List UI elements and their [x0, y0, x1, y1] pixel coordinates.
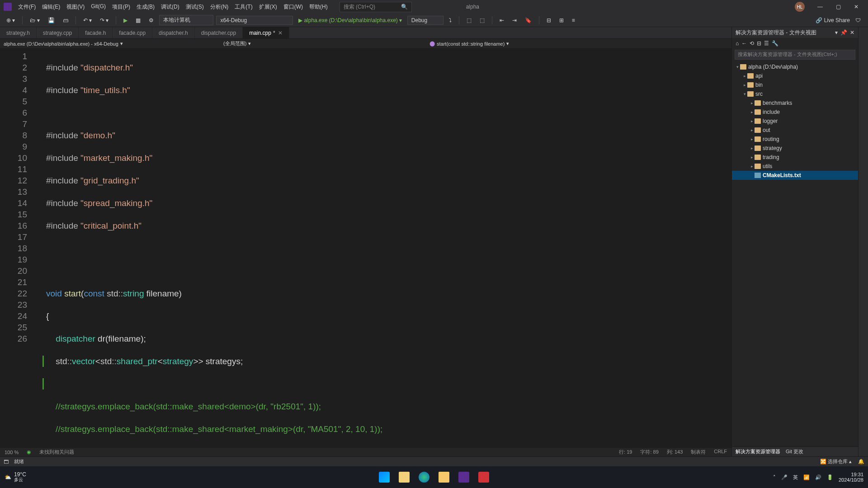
- menu-window[interactable]: 窗口(W): [281, 1, 306, 13]
- bookmark-icon[interactable]: 🔖: [522, 16, 534, 24]
- target-machine-select[interactable]: 本地计算机: [159, 15, 213, 25]
- ime-indicator[interactable]: 英: [793, 474, 798, 481]
- code-editor[interactable]: 123 456 789 101112 131415 161718 192021 …: [0, 49, 731, 447]
- step-icon[interactable]: ⤵: [446, 16, 454, 24]
- tree-folder-utils[interactable]: ▸utils: [732, 162, 858, 171]
- notifications-icon[interactable]: 🔔: [858, 459, 864, 465]
- pin-icon[interactable]: 📌: [840, 29, 847, 36]
- open-icon[interactable]: 🗁 ▾: [27, 16, 42, 24]
- tab-facade-cpp[interactable]: facade.cpp: [113, 27, 152, 38]
- explorer-icon[interactable]: [395, 468, 413, 486]
- symbol-crumb[interactable]: start(const std::string filename): [437, 41, 505, 47]
- output-icon[interactable]: 🗔: [4, 459, 9, 465]
- tree-root[interactable]: ▾alpha (D:\Dev\alpha): [732, 62, 858, 71]
- minimize-button[interactable]: ―: [812, 1, 828, 12]
- tab-strategy-cpp[interactable]: strategy.cpp: [37, 27, 79, 38]
- close-panel-icon[interactable]: ✕: [850, 29, 854, 36]
- maximize-button[interactable]: ▢: [830, 1, 846, 12]
- menu-test[interactable]: 测试(S): [183, 1, 207, 13]
- tree-folder-routing[interactable]: ▸routing: [732, 135, 858, 144]
- weather-widget[interactable]: ⛅ 19°C 多云: [5, 472, 26, 483]
- battery-icon[interactable]: 🔋: [827, 474, 833, 480]
- menu-help[interactable]: 帮助(H): [307, 1, 330, 13]
- solution-search[interactable]: 搜索解决方案资源管理器 - 文件夹视图(Ctrl+;): [735, 50, 855, 60]
- tree-folder-api[interactable]: ▸api: [732, 71, 858, 80]
- menu-project[interactable]: 项目(P): [109, 1, 133, 13]
- tab-facade-h[interactable]: facade.h: [79, 27, 113, 38]
- volume-icon[interactable]: 🔊: [815, 474, 821, 480]
- build-icon[interactable]: ▦: [133, 16, 143, 24]
- debug-mode-select[interactable]: Debug: [407, 16, 443, 25]
- indent-mode[interactable]: 制表符: [691, 449, 706, 455]
- sync-icon[interactable]: ⟲: [750, 40, 754, 47]
- properties-icon[interactable]: 🔧: [772, 40, 778, 47]
- issues-label[interactable]: 未找到相关问题: [39, 449, 74, 455]
- tree-folder-out[interactable]: ▸out: [732, 126, 858, 135]
- tab-dispatcher-h[interactable]: dispatcher.h: [152, 27, 195, 38]
- save-icon[interactable]: 💾: [45, 16, 57, 24]
- tab-dispatcher-cpp[interactable]: dispatcher.cpp: [195, 27, 243, 38]
- right-tool-tabs[interactable]: [858, 27, 868, 456]
- dropdown-icon[interactable]: ▾: [835, 29, 838, 36]
- menu-view[interactable]: 视图(V): [64, 1, 87, 13]
- repo-select[interactable]: 🔀 选择仓库 ▴: [820, 458, 852, 465]
- tree-folder-include[interactable]: ▸include: [732, 108, 858, 117]
- file-explorer-icon[interactable]: [435, 468, 453, 486]
- tree-folder-logger[interactable]: ▸logger: [732, 117, 858, 126]
- start-no-debug-icon[interactable]: ▶: [121, 16, 130, 24]
- show-all-icon[interactable]: ☰: [764, 40, 769, 47]
- tree-folder-bin[interactable]: ▸bin: [732, 80, 858, 89]
- menu-file[interactable]: 文件(F): [15, 1, 38, 13]
- project-crumb[interactable]: alpha.exe (D:\Dev\alpha\bin\alpha.exe) -…: [4, 41, 118, 47]
- undo-icon[interactable]: ↶ ▾: [80, 16, 94, 24]
- menu-debug[interactable]: 调试(D): [158, 1, 182, 13]
- menu-git[interactable]: Git(G): [88, 1, 108, 13]
- indent-right-icon[interactable]: ⇥: [509, 16, 519, 24]
- menu-analyze[interactable]: 分析(N): [208, 1, 231, 13]
- menu-extensions[interactable]: 扩展(X): [256, 1, 280, 13]
- list-icon[interactable]: ≡: [569, 16, 578, 24]
- save-all-icon[interactable]: 🗃: [60, 16, 71, 24]
- settings-icon[interactable]: ⚙: [146, 16, 156, 24]
- start-debug-button[interactable]: ▶ alpha.exe (D:\Dev\alpha\bin\alpha.exe)…: [296, 16, 404, 24]
- close-button[interactable]: ✕: [848, 1, 864, 12]
- tab-main-cpp[interactable]: main.cpp*✕: [243, 27, 289, 38]
- zoom-level[interactable]: 100 %: [5, 450, 19, 455]
- tree-file-cmakelists[interactable]: CMakeLists.txt: [732, 171, 858, 180]
- edge-icon[interactable]: [415, 468, 433, 486]
- close-tab-icon[interactable]: ✕: [278, 30, 283, 36]
- visual-studio-icon[interactable]: [455, 468, 473, 486]
- comment-icon[interactable]: ⊟: [544, 16, 554, 24]
- user-avatar[interactable]: HL: [795, 2, 805, 12]
- tool-icon-2[interactable]: ⬚: [477, 16, 487, 24]
- indent-left-icon[interactable]: ⇤: [497, 16, 507, 24]
- tray-chevron-icon[interactable]: ˄: [773, 474, 776, 480]
- live-share-button[interactable]: 🔗 Live Share 🛡: [812, 16, 864, 24]
- solution-tab[interactable]: 解决方案资源管理器: [736, 448, 780, 455]
- scope-crumb[interactable]: (全局范围): [223, 40, 246, 47]
- todo-icon[interactable]: [475, 468, 493, 486]
- uncomment-icon[interactable]: ⊞: [557, 16, 566, 24]
- tree-folder-strategy[interactable]: ▸strategy: [732, 144, 858, 153]
- redo-icon[interactable]: ↷ ▾: [97, 16, 111, 24]
- menu-edit[interactable]: 编辑(E): [39, 1, 63, 13]
- tree-folder-src[interactable]: ▾src: [732, 89, 858, 99]
- wifi-icon[interactable]: 📶: [803, 474, 810, 480]
- config-select[interactable]: x64-Debug: [216, 16, 293, 25]
- collapse-icon[interactable]: ⊟: [757, 40, 761, 47]
- tree-folder-trading[interactable]: ▸trading: [732, 153, 858, 162]
- back-icon[interactable]: ←: [741, 40, 747, 47]
- menu-tools[interactable]: 工具(T): [232, 1, 255, 13]
- tab-strategy-h[interactable]: strategy.h: [0, 27, 37, 38]
- home-icon[interactable]: ⌂: [736, 40, 739, 47]
- line-ending[interactable]: CRLF: [714, 449, 727, 455]
- microphone-icon[interactable]: 🎤: [781, 474, 788, 480]
- tree-folder-benchmarks[interactable]: ▸benchmarks: [732, 99, 858, 108]
- menu-build[interactable]: 生成(B): [134, 1, 157, 13]
- start-button[interactable]: [375, 468, 393, 486]
- git-changes-tab[interactable]: Git 更改: [786, 448, 803, 455]
- nav-back-icon[interactable]: ⊕ ▾: [4, 16, 18, 24]
- global-search[interactable]: 搜索 (Ctrl+Q) 🔍: [340, 2, 412, 12]
- clock[interactable]: 19:31 2024/10/28: [839, 472, 863, 483]
- tool-icon-1[interactable]: ⬚: [464, 16, 474, 24]
